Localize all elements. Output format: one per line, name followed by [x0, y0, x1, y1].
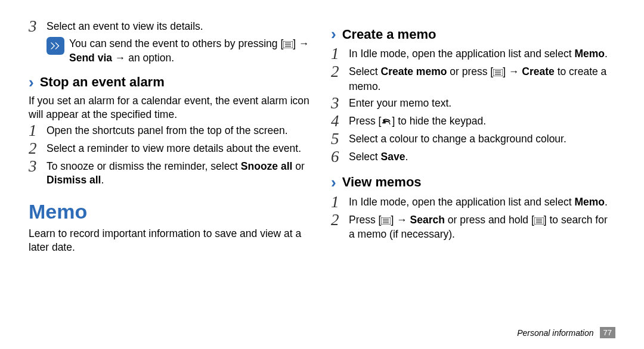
step-number: 2: [331, 212, 349, 228]
step-number: 6: [331, 149, 349, 165]
note-send-via: Send via: [69, 52, 112, 64]
t: .: [605, 48, 608, 60]
step-text: To snooze or dismiss the reminder, selec…: [47, 158, 313, 187]
memo-intro: Learn to record important information to…: [29, 227, 313, 254]
step-text: Press [] to hide the keypad.: [349, 113, 486, 129]
chevron-icon: ›: [29, 73, 34, 92]
left-column: 3 Select an event to view its details. Y…: [29, 17, 313, 349]
t: or: [292, 160, 304, 172]
note-text: You can send the event to others by pres…: [69, 37, 313, 65]
heading-text: Create a memo: [342, 27, 436, 42]
search-bold: Search: [410, 214, 445, 226]
footer-section: Personal information: [517, 328, 593, 338]
t: ] →: [391, 214, 410, 226]
step-text: Open the shortcuts panel from the top of…: [47, 123, 288, 138]
step-text: Select Save.: [349, 149, 408, 164]
memo-bold: Memo: [574, 48, 605, 60]
heading-memo: Memo: [29, 200, 313, 223]
create-memo-bold: Create memo: [381, 66, 447, 77]
step-text: Select a reminder to view more details a…: [47, 141, 301, 155]
t: .: [605, 196, 608, 208]
step-number: 5: [331, 131, 349, 147]
step-number: 2: [29, 141, 47, 157]
t: ] to hide the keypad.: [392, 115, 486, 127]
menu-icon: [283, 38, 293, 51]
chevron-icon: ›: [331, 25, 336, 43]
stop-step-1: 1 Open the shortcuts panel from the top …: [29, 123, 313, 139]
step-text: In Idle mode, open the application list …: [349, 194, 608, 209]
step-number: 2: [331, 64, 349, 80]
note-box: You can send the event to others by pres…: [47, 37, 313, 65]
stop-step-3: 3 To snooze or dismiss the reminder, sel…: [29, 158, 313, 187]
right-column: › Create a memo 1 In Idle mode, open the…: [331, 17, 615, 349]
page: 3 Select an event to view its details. Y…: [0, 0, 644, 349]
t: .: [101, 174, 104, 186]
t: In Idle mode, open the application list …: [349, 196, 574, 208]
heading-text: Stop an event alarm: [40, 74, 165, 90]
step-number: 3: [29, 18, 47, 35]
create-step-3: 3 Enter your memo text.: [331, 95, 615, 111]
view-step-1: 1 In Idle mode, open the application lis…: [331, 194, 615, 210]
chevron-icon: ›: [331, 173, 336, 192]
t: In Idle mode, open the application list …: [349, 48, 574, 60]
step-text: Enter your memo text.: [349, 95, 451, 110]
menu-icon: [534, 214, 544, 228]
step-text: Select a colour to change a background c…: [349, 131, 566, 146]
t: To snooze or dismiss the reminder, selec…: [47, 160, 241, 172]
step-text: Select Create memo or press [] → Create …: [349, 64, 615, 94]
t: Select: [349, 151, 381, 163]
step-text: Press [] → Search or press and hold [] t…: [349, 212, 615, 242]
t: or press [: [447, 66, 493, 77]
step-number: 1: [331, 194, 349, 210]
t: .: [405, 151, 408, 163]
heading-text: View memos: [342, 174, 422, 190]
note-arrow: ] →: [293, 38, 309, 49]
menu-icon: [493, 66, 503, 80]
step-text: In Idle mode, open the application list …: [349, 46, 608, 61]
snooze-all: Snooze all: [241, 160, 293, 172]
stop-intro: If you set an alarm for a calendar event…: [29, 94, 313, 121]
step-number: 1: [29, 123, 47, 139]
step-number: 1: [331, 46, 349, 62]
create-step-2: 2 Select Create memo or press [] → Creat…: [331, 64, 615, 94]
note-pre: You can send the event to others by pres…: [69, 38, 283, 49]
t: Select: [349, 66, 381, 77]
view-step-2: 2 Press [] → Search or press and hold []…: [331, 212, 615, 242]
save-bold: Save: [381, 151, 405, 163]
create-bold: Create: [522, 66, 554, 77]
t: ] →: [503, 66, 522, 77]
menu-icon: [381, 214, 391, 228]
create-step-1: 1 In Idle mode, open the application lis…: [331, 46, 615, 62]
create-step-4: 4 Press [] to hide the keypad.: [331, 113, 615, 129]
stop-step-2: 2 Select a reminder to view more details…: [29, 141, 313, 157]
page-number: 77: [600, 327, 615, 338]
dismiss-all: Dismiss all: [47, 174, 101, 186]
heading-create-memo: › Create a memo: [331, 25, 615, 43]
memo-bold: Memo: [574, 196, 605, 208]
step-number: 3: [331, 95, 349, 111]
footer: Personal information 77: [517, 327, 615, 338]
t: Press [: [349, 214, 381, 226]
heading-view-memos: › View memos: [331, 173, 615, 192]
step-text: Select an event to view its details.: [47, 18, 203, 33]
note-suffix: → an option.: [112, 52, 174, 64]
t: or press and hold [: [445, 214, 534, 226]
heading-stop-alarm: › Stop an event alarm: [29, 73, 313, 92]
step-number: 3: [29, 158, 47, 174]
create-step-5: 5 Select a colour to change a background…: [331, 131, 615, 147]
back-icon: [381, 116, 392, 129]
step-number: 4: [331, 113, 349, 129]
note-icon: [47, 37, 64, 55]
step-3-top: 3 Select an event to view its details.: [29, 18, 313, 35]
create-step-6: 6 Select Save.: [331, 149, 615, 165]
t: Press [: [349, 115, 381, 127]
